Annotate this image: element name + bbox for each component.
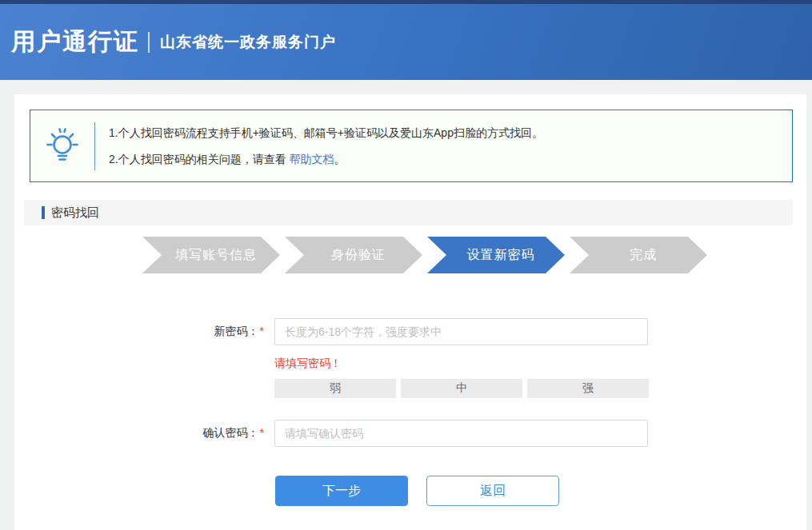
password-strength-meter: 弱 中 强 — [274, 379, 806, 398]
portal-subtitle: 山东省统一政务服务门户 — [160, 32, 336, 53]
lightbulb-icon — [30, 127, 94, 165]
confirm-password-input[interactable] — [274, 420, 648, 447]
password-error-message: 请填写密码！ — [274, 356, 806, 371]
notice-box: 1.个人找回密码流程支持手机+验证码、邮箱号+验证码以及爱山东App扫脸的方式找… — [30, 110, 793, 182]
section-header: 密码找回 — [24, 200, 793, 225]
step-identity-verification: 身份验证 — [285, 237, 422, 273]
help-doc-link[interactable]: 帮助文档 — [290, 153, 334, 165]
new-password-input[interactable] — [274, 318, 648, 345]
step-complete: 完成 — [570, 237, 707, 273]
confirm-password-row: 确认密码：* — [14, 420, 806, 447]
password-form: 新密码：* 请填写密码！ 弱 中 强 确认密码：* 下一步 返回 — [14, 318, 806, 506]
notice-line-2: 2.个人找回密码的相关问题，请查看 帮助文档。 — [109, 146, 543, 173]
content-panel: 1.个人找回密码流程支持手机+验证码、邮箱号+验证码以及爱山东App扫脸的方式找… — [14, 94, 806, 530]
portal-title: 用户通行证 — [11, 26, 139, 58]
page-header: 用户通行证 山东省统一政务服务门户 — [0, 4, 812, 80]
notice-text: 1.个人找回密码流程支持手机+验证码、邮箱号+验证码以及爱山东App扫脸的方式找… — [95, 120, 543, 173]
strength-medium: 中 — [401, 379, 522, 398]
step-set-new-password: 设置新密码 — [427, 237, 565, 273]
new-password-label: 新密码：* — [14, 325, 274, 339]
back-button[interactable]: 返回 — [426, 476, 559, 506]
strength-strong: 强 — [527, 379, 649, 398]
section-accent-bar — [42, 206, 45, 219]
form-actions: 下一步 返回 — [275, 476, 806, 506]
notice-line-1: 1.个人找回密码流程支持手机+验证码、邮箱号+验证码以及爱山东App扫脸的方式找… — [109, 120, 543, 146]
required-asterisk: * — [260, 325, 264, 337]
confirm-password-label: 确认密码：* — [14, 426, 274, 440]
required-asterisk: * — [260, 426, 264, 439]
step-indicator: 填写账号信息 身份验证 设置新密码 完成 — [142, 237, 812, 273]
new-password-row: 新密码：* — [14, 318, 806, 345]
strength-weak: 弱 — [274, 379, 396, 398]
next-step-button[interactable]: 下一步 — [275, 476, 408, 506]
header-divider — [148, 32, 150, 53]
section-title: 密码找回 — [51, 205, 99, 221]
step-fill-account-info: 填写账号信息 — [142, 237, 280, 273]
